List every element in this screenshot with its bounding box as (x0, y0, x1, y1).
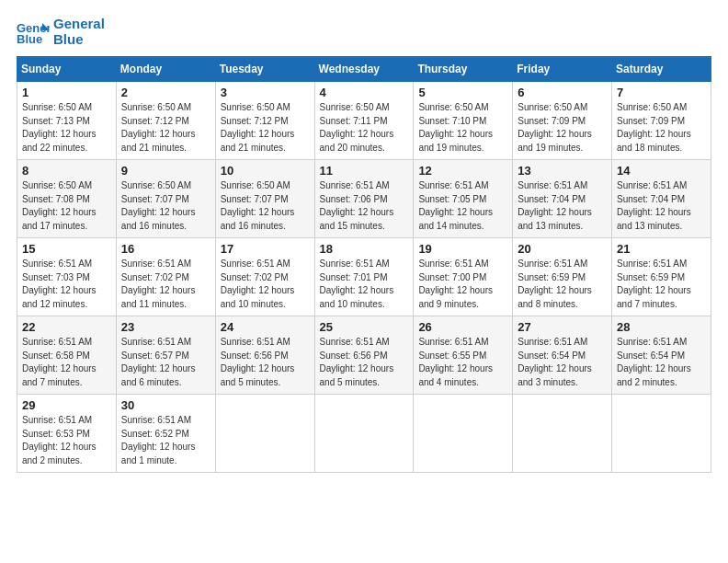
cell-info: Sunrise: 6:51 AM Sunset: 6:55 PM Dayligh… (418, 336, 507, 389)
day-number: 25 (320, 320, 409, 334)
logo-text: GeneralBlue (53, 17, 105, 47)
weekday-saturday: Saturday (612, 57, 711, 82)
day-number: 19 (418, 242, 507, 256)
day-number: 4 (320, 86, 409, 99)
calendar-cell: 18 Sunrise: 6:51 AM Sunset: 7:01 PM Dayl… (314, 238, 414, 316)
cell-info: Sunrise: 6:51 AM Sunset: 6:57 PM Dayligh… (121, 336, 210, 389)
day-number: 28 (617, 320, 706, 334)
day-number: 8 (22, 164, 111, 178)
day-number: 11 (320, 164, 409, 178)
calendar-cell: 11 Sunrise: 6:51 AM Sunset: 7:06 PM Dayl… (314, 160, 414, 238)
cell-info: Sunrise: 6:50 AM Sunset: 7:09 PM Dayligh… (518, 101, 607, 155)
calendar-cell: 25 Sunrise: 6:51 AM Sunset: 6:56 PM Dayl… (314, 316, 414, 395)
calendar-cell: 13 Sunrise: 6:51 AM Sunset: 7:04 PM Dayl… (513, 160, 612, 238)
day-number: 24 (221, 320, 310, 334)
calendar-table: SundayMondayTuesdayWednesdayThursdayFrid… (17, 56, 711, 473)
day-number: 9 (121, 164, 210, 178)
calendar-cell: 4 Sunrise: 6:50 AM Sunset: 7:11 PM Dayli… (314, 82, 414, 160)
cell-info: Sunrise: 6:50 AM Sunset: 7:07 PM Dayligh… (121, 179, 210, 233)
day-number: 20 (518, 242, 607, 256)
calendar-cell: 22 Sunrise: 6:51 AM Sunset: 6:58 PM Dayl… (17, 316, 117, 395)
calendar-cell: 16 Sunrise: 6:51 AM Sunset: 7:02 PM Dayl… (116, 238, 215, 316)
day-number: 16 (121, 242, 210, 256)
day-number: 3 (221, 86, 310, 99)
weekday-monday: Monday (116, 57, 215, 82)
logo: General Blue GeneralBlue (17, 17, 105, 47)
cell-info: Sunrise: 6:51 AM Sunset: 7:02 PM Dayligh… (121, 258, 210, 311)
calendar-body: 1 Sunrise: 6:50 AM Sunset: 7:13 PM Dayli… (17, 82, 711, 473)
calendar-cell: 3 Sunrise: 6:50 AM Sunset: 7:12 PM Dayli… (215, 82, 314, 160)
calendar-cell: 1 Sunrise: 6:50 AM Sunset: 7:13 PM Dayli… (17, 82, 117, 160)
cell-info: Sunrise: 6:51 AM Sunset: 7:04 PM Dayligh… (518, 179, 607, 233)
calendar-cell (314, 395, 414, 473)
cell-info: Sunrise: 6:51 AM Sunset: 6:54 PM Dayligh… (518, 336, 607, 389)
day-number: 17 (221, 242, 310, 256)
cell-info: Sunrise: 6:51 AM Sunset: 6:59 PM Dayligh… (617, 258, 706, 311)
cell-info: Sunrise: 6:50 AM Sunset: 7:09 PM Dayligh… (617, 101, 706, 155)
weekday-thursday: Thursday (414, 57, 513, 82)
calendar-cell: 29 Sunrise: 6:51 AM Sunset: 6:53 PM Dayl… (17, 395, 117, 473)
calendar-cell: 8 Sunrise: 6:50 AM Sunset: 7:08 PM Dayli… (17, 160, 117, 238)
page-header: General Blue GeneralBlue (17, 17, 711, 47)
cell-info: Sunrise: 6:51 AM Sunset: 6:56 PM Dayligh… (320, 336, 409, 389)
calendar-cell: 21 Sunrise: 6:51 AM Sunset: 6:59 PM Dayl… (612, 238, 711, 316)
cell-info: Sunrise: 6:51 AM Sunset: 6:52 PM Dayligh… (121, 414, 210, 467)
calendar-cell: 24 Sunrise: 6:51 AM Sunset: 6:56 PM Dayl… (215, 316, 314, 395)
day-number: 13 (518, 164, 607, 178)
weekday-header-row: SundayMondayTuesdayWednesdayThursdayFrid… (17, 57, 711, 82)
calendar-cell: 7 Sunrise: 6:50 AM Sunset: 7:09 PM Dayli… (612, 82, 711, 160)
weekday-tuesday: Tuesday (215, 57, 314, 82)
day-number: 18 (320, 242, 409, 256)
cell-info: Sunrise: 6:51 AM Sunset: 6:56 PM Dayligh… (221, 336, 310, 389)
cell-info: Sunrise: 6:51 AM Sunset: 7:01 PM Dayligh… (320, 258, 409, 311)
calendar-cell: 20 Sunrise: 6:51 AM Sunset: 6:59 PM Dayl… (513, 238, 612, 316)
calendar-week-5: 29 Sunrise: 6:51 AM Sunset: 6:53 PM Dayl… (17, 395, 711, 473)
calendar-week-4: 22 Sunrise: 6:51 AM Sunset: 6:58 PM Dayl… (17, 316, 711, 395)
day-number: 27 (518, 320, 607, 334)
calendar-cell (215, 395, 314, 473)
svg-text:Blue: Blue (17, 32, 42, 45)
cell-info: Sunrise: 6:50 AM Sunset: 7:07 PM Dayligh… (221, 179, 310, 233)
day-number: 1 (22, 86, 111, 99)
calendar-cell (414, 395, 513, 473)
day-number: 6 (518, 86, 607, 99)
weekday-wednesday: Wednesday (314, 57, 414, 82)
day-number: 14 (617, 164, 706, 178)
day-number: 23 (121, 320, 210, 334)
day-number: 7 (617, 86, 706, 99)
cell-info: Sunrise: 6:51 AM Sunset: 7:05 PM Dayligh… (418, 179, 507, 233)
calendar-cell: 5 Sunrise: 6:50 AM Sunset: 7:10 PM Dayli… (414, 82, 513, 160)
calendar-cell: 26 Sunrise: 6:51 AM Sunset: 6:55 PM Dayl… (414, 316, 513, 395)
cell-info: Sunrise: 6:51 AM Sunset: 7:02 PM Dayligh… (221, 258, 310, 311)
calendar-week-3: 15 Sunrise: 6:51 AM Sunset: 7:03 PM Dayl… (17, 238, 711, 316)
cell-info: Sunrise: 6:50 AM Sunset: 7:12 PM Dayligh… (221, 101, 310, 155)
calendar-cell: 23 Sunrise: 6:51 AM Sunset: 6:57 PM Dayl… (116, 316, 215, 395)
calendar-cell (612, 395, 711, 473)
calendar-cell: 10 Sunrise: 6:50 AM Sunset: 7:07 PM Dayl… (215, 160, 314, 238)
day-number: 26 (418, 320, 507, 334)
calendar-cell: 19 Sunrise: 6:51 AM Sunset: 7:00 PM Dayl… (414, 238, 513, 316)
calendar-cell: 6 Sunrise: 6:50 AM Sunset: 7:09 PM Dayli… (513, 82, 612, 160)
cell-info: Sunrise: 6:51 AM Sunset: 7:00 PM Dayligh… (418, 258, 507, 311)
day-number: 22 (22, 320, 111, 334)
calendar-cell: 17 Sunrise: 6:51 AM Sunset: 7:02 PM Dayl… (215, 238, 314, 316)
calendar-cell: 2 Sunrise: 6:50 AM Sunset: 7:12 PM Dayli… (116, 82, 215, 160)
cell-info: Sunrise: 6:50 AM Sunset: 7:08 PM Dayligh… (22, 179, 111, 233)
cell-info: Sunrise: 6:50 AM Sunset: 7:11 PM Dayligh… (320, 101, 409, 155)
cell-info: Sunrise: 6:50 AM Sunset: 7:13 PM Dayligh… (22, 101, 111, 155)
cell-info: Sunrise: 6:50 AM Sunset: 7:10 PM Dayligh… (418, 101, 507, 155)
day-number: 30 (121, 398, 210, 412)
calendar-cell: 27 Sunrise: 6:51 AM Sunset: 6:54 PM Dayl… (513, 316, 612, 395)
day-number: 5 (418, 86, 507, 99)
calendar-cell: 15 Sunrise: 6:51 AM Sunset: 7:03 PM Dayl… (17, 238, 117, 316)
calendar-cell (513, 395, 612, 473)
calendar-cell: 30 Sunrise: 6:51 AM Sunset: 6:52 PM Dayl… (116, 395, 215, 473)
day-number: 29 (22, 398, 111, 412)
calendar-cell: 12 Sunrise: 6:51 AM Sunset: 7:05 PM Dayl… (414, 160, 513, 238)
cell-info: Sunrise: 6:51 AM Sunset: 6:53 PM Dayligh… (22, 414, 111, 467)
cell-info: Sunrise: 6:51 AM Sunset: 7:04 PM Dayligh… (617, 179, 706, 233)
day-number: 12 (418, 164, 507, 178)
cell-info: Sunrise: 6:51 AM Sunset: 7:06 PM Dayligh… (320, 179, 409, 233)
cell-info: Sunrise: 6:51 AM Sunset: 6:54 PM Dayligh… (617, 336, 706, 389)
weekday-friday: Friday (513, 57, 612, 82)
